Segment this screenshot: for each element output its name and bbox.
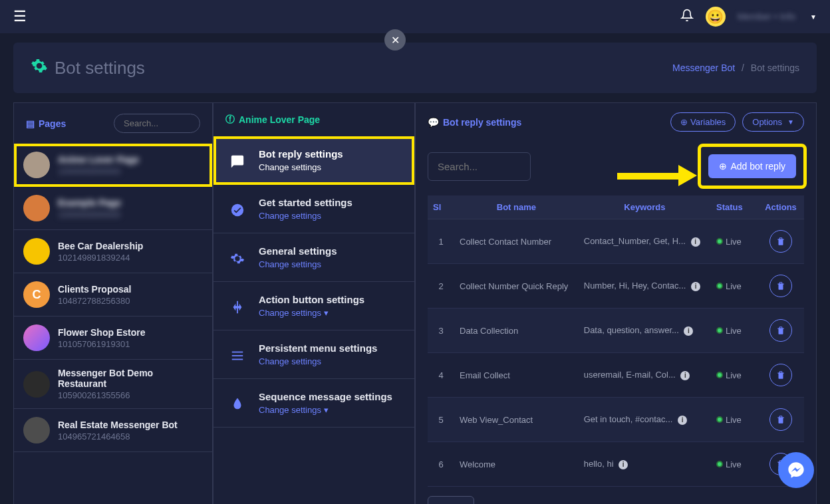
page-name: Anime Lover Page [58, 154, 203, 165]
change-settings-link[interactable]: Change settings [259, 211, 401, 221]
chat-icon: 💬 [428, 117, 439, 128]
info-icon[interactable]: i [678, 416, 687, 425]
drop-icon [227, 394, 248, 415]
cell-actions [758, 398, 804, 442]
col-status[interactable]: Status [711, 195, 758, 219]
settings-item[interactable]: Get started settingsChange settings [213, 185, 414, 233]
info-icon[interactable]: i [680, 371, 690, 380]
cell-status: Live [711, 264, 758, 309]
user-avatar[interactable]: 😀 [706, 7, 726, 27]
change-settings-link[interactable]: Change settings [259, 356, 401, 366]
col-sl[interactable]: Sl [428, 195, 454, 219]
page-name: Real Estate Messenger Bot [58, 420, 203, 430]
reply-panel: 💬 Bot reply settings ⊕ Variables Options… [415, 102, 817, 504]
facebook-icon: ⓕ [225, 114, 235, 126]
pages-search-input[interactable] [114, 114, 200, 133]
settings-item[interactable]: Persistent menu settingsChange settings [213, 330, 414, 379]
breadcrumb: Messenger Bot / Bot settings [672, 63, 799, 73]
page-id: 104872788256380 [58, 296, 203, 306]
add-bot-reply-button[interactable]: ⊕ Add bot reply [708, 154, 797, 178]
change-settings-link[interactable]: Change settings ▾ [259, 405, 401, 415]
pages-icon: ▤ [26, 118, 35, 129]
pages-title: ▤ Pages [26, 118, 66, 129]
reply-search-input[interactable] [428, 152, 531, 181]
pager: 10 [416, 487, 816, 504]
change-settings-link[interactable]: Change settings [259, 162, 401, 172]
cell-name: Data Collection [454, 309, 579, 353]
settings-panel-title: ⓕ Anime Lover Page [225, 114, 320, 126]
row-action-button[interactable] [769, 364, 792, 386]
row-action-button[interactable] [769, 275, 792, 297]
page-name: Bee Car Dealership [58, 241, 203, 251]
table-row: 3Data CollectionData, question, answer..… [428, 309, 804, 353]
cell-sl: 4 [428, 353, 454, 398]
page-avatar [23, 238, 50, 265]
user-name[interactable]: Member • Info [738, 11, 795, 22]
variables-button[interactable]: ⊕ Variables [670, 112, 736, 132]
row-action-button[interactable] [769, 319, 792, 342]
table-row: 1Collect Contact NumberContact_Number, G… [428, 219, 804, 264]
settings-item[interactable]: Sequence message settingsChange settings… [213, 379, 414, 428]
breadcrumb-current: Bot settings [751, 63, 799, 73]
page-id: 1000000000000 [58, 166, 203, 176]
page-header: Bot settings Messenger Bot / Bot setting… [13, 43, 817, 93]
bell-icon[interactable] [680, 9, 694, 25]
pages-panel: ▤ Pages Anime Lover Page1000000000000Exa… [13, 102, 213, 504]
col-actions[interactable]: Actions [758, 195, 804, 219]
status-dot-icon [716, 372, 723, 378]
gear-icon [31, 57, 48, 78]
change-settings-link[interactable]: Change settings [259, 259, 401, 269]
page-item[interactable]: Real Estate Messenger Bot104965721464658 [14, 409, 212, 452]
messenger-fab[interactable] [778, 452, 814, 488]
status-dot-icon [716, 238, 723, 245]
info-icon[interactable]: i [619, 460, 628, 469]
page-item[interactable]: Flower Shop Estore101057061919301 [14, 316, 212, 360]
svg-rect-1 [232, 352, 243, 353]
bot-reply-table: Sl Bot name Keywords Status Actions 1Col… [428, 195, 804, 487]
svg-point-0 [231, 204, 243, 216]
page-item[interactable]: Bee Car Dealership102149891839244 [14, 230, 212, 273]
info-icon[interactable]: i [691, 237, 700, 247]
settings-item[interactable]: Bot reply settingsChange settings [213, 136, 414, 185]
row-action-button[interactable] [769, 408, 792, 431]
page-item[interactable]: CClients Proposal104872788256380 [14, 273, 212, 316]
cell-status: Live [711, 398, 758, 442]
chevron-down-icon[interactable]: ▼ [810, 13, 817, 21]
page-avatar [23, 152, 50, 178]
change-settings-link[interactable]: Change settings ▾ [259, 308, 401, 318]
cell-keywords: Get in touch, #contac... i [579, 398, 711, 442]
page-item[interactable]: Anime Lover Page1000000000000 [14, 144, 212, 187]
page-avatar [23, 371, 50, 398]
settings-item[interactable]: General settingsChange settings [213, 233, 414, 282]
cell-keywords: Data, question, answer... i [579, 309, 711, 353]
info-icon[interactable]: i [691, 282, 700, 291]
chat-icon [227, 151, 248, 172]
info-icon[interactable]: i [684, 326, 693, 336]
status-dot-icon [716, 283, 723, 289]
page-avatar [23, 324, 50, 351]
page-id: 102149891839244 [58, 253, 203, 263]
breadcrumb-parent[interactable]: Messenger Bot [672, 63, 735, 73]
table-row: 5Web View_ContactGet in touch, #contac..… [428, 398, 804, 442]
options-button[interactable]: Options ▼ [742, 112, 804, 132]
settings-item[interactable]: Action button settingsChange settings ▾ [213, 282, 414, 330]
status-dot-icon [716, 327, 723, 334]
table-row: 6Welcomehello, hi iLive [428, 442, 804, 487]
cell-sl: 2 [428, 264, 454, 309]
page-id: 104965721464658 [58, 432, 203, 441]
page-size-select[interactable]: 10 [428, 496, 474, 504]
col-keywords[interactable]: Keywords [579, 195, 711, 219]
cell-name: Welcome [454, 442, 579, 487]
hamburger-icon[interactable]: ☰ [13, 8, 27, 25]
cell-actions [758, 309, 804, 353]
page-name: Messenger Bot Demo Restaurant [58, 368, 203, 389]
page-item[interactable]: Example Page1000000000000 [14, 187, 212, 230]
close-button[interactable]: ✕ [384, 29, 406, 51]
page-item[interactable]: Messenger Bot Demo Restaurant10590026135… [14, 360, 212, 409]
check-icon [227, 199, 248, 221]
cell-sl: 6 [428, 442, 454, 487]
table-row: 2Collect Number Quick ReplyNumber, Hi, H… [428, 264, 804, 309]
row-action-button[interactable] [769, 230, 792, 253]
col-name[interactable]: Bot name [454, 195, 579, 219]
cell-name: Email Collect [454, 353, 579, 398]
